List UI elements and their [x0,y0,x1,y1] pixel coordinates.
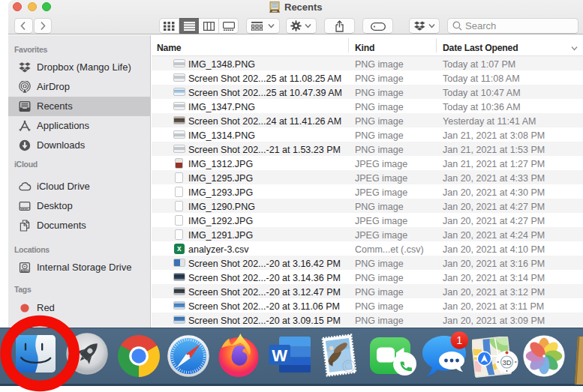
svg-text:W: W [272,346,287,365]
svg-text:1: 1 [456,334,462,346]
svg-text:3D: 3D [502,358,511,367]
